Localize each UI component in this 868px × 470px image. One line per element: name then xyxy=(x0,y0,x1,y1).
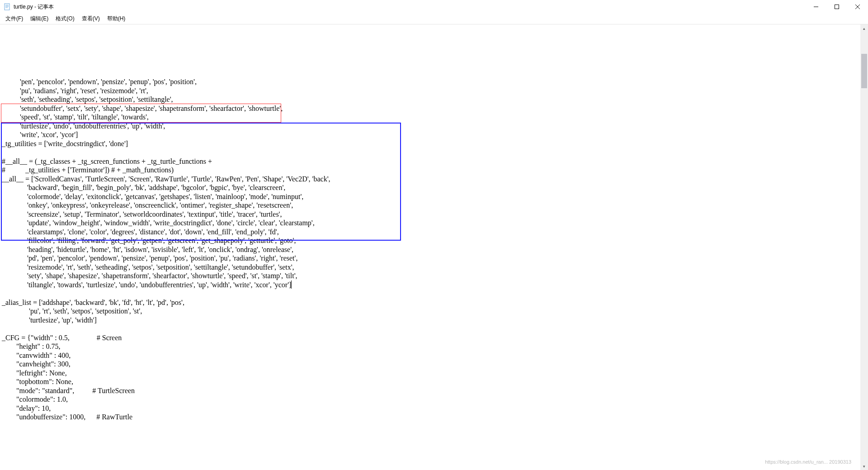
code-line: 'pen', 'pencolor', 'pendown', 'pensize',… xyxy=(2,77,860,86)
code-line: "canvwidth" : 400, xyxy=(2,351,860,360)
code-line: 'tiltangle', 'towards', 'turtlesize', 'u… xyxy=(2,280,860,290)
menu-format[interactable]: 格式(O) xyxy=(52,14,78,24)
code-line: 'clearstamps', 'clone', 'color', 'degree… xyxy=(2,228,860,237)
code-line: 'onkey', 'onkeypress', 'onkeyrelease', '… xyxy=(2,201,860,210)
notepad-icon xyxy=(4,3,11,10)
code-line: 'pd', 'pen', 'pencolor', 'pendown', 'pen… xyxy=(2,254,860,263)
code-line: _alias_list = ['addshape', 'backward', '… xyxy=(2,298,860,307)
code-line: 'pu', 'radians', 'right', 'reset', 'resi… xyxy=(2,86,860,95)
menu-view[interactable]: 查看(V) xyxy=(78,14,104,24)
code-line: 'turtlesize', 'undo', 'undobufferentries… xyxy=(2,122,860,131)
code-line: 'resizemode', 'rt', 'seth', 'setheading'… xyxy=(2,263,860,272)
watermark: https://blog.csdn.net/u_ran... 20190313 xyxy=(765,458,851,467)
notepad-window: turtle.py - 记事本 文件(F) 编辑(E) 格式(O) 查看(V) … xyxy=(0,0,868,470)
menubar: 文件(F) 编辑(E) 格式(O) 查看(V) 帮助(H) xyxy=(0,14,868,24)
code-line: _CFG = {"width" : 0.5, # Screen xyxy=(2,333,860,342)
code-line: 'speed', 'st', 'stamp', 'tilt', 'tiltang… xyxy=(2,113,860,122)
menu-edit[interactable]: 编辑(E) xyxy=(27,14,52,24)
minimize-button[interactable] xyxy=(806,0,826,14)
code-line xyxy=(2,289,860,298)
scrollbar-track[interactable] xyxy=(860,32,868,462)
code-line: "height" : 0.75, xyxy=(2,342,860,351)
code-line: "leftright": None, xyxy=(2,369,860,378)
code-line: "mode": "standard", # TurtleScreen xyxy=(2,386,860,395)
close-button[interactable] xyxy=(847,0,868,14)
code-line: "delay": 10, xyxy=(2,404,860,413)
code-line xyxy=(2,324,860,333)
text-cursor xyxy=(291,280,292,289)
code-line: "colormode": 1.0, xyxy=(2,395,860,404)
code-line: 'screensize', 'setup', 'Terminator', 'se… xyxy=(2,210,860,219)
code-line xyxy=(2,148,860,157)
code-line: "undobuffersize": 1000, # RawTurtle xyxy=(2,413,860,422)
code-line: 'fillcolor', 'filling', 'forward', 'get_… xyxy=(2,236,860,245)
titlebar-text: turtle.py - 记事本 xyxy=(14,3,806,11)
vertical-scrollbar[interactable]: ▴ ▾ xyxy=(860,24,868,470)
code-line: 'update', 'window_height', 'window_width… xyxy=(2,218,860,228)
code-line: __all__ = ['ScrolledCanvas', 'TurtleScre… xyxy=(2,175,860,184)
menu-file[interactable]: 文件(F) xyxy=(2,14,27,24)
code-line: 'setundobuffer', 'setx', 'sety', 'shape'… xyxy=(2,104,860,113)
menu-help[interactable]: 帮助(H) xyxy=(104,14,129,24)
text-editor[interactable]: https://blog.csdn.net/u_ran... 20190313 … xyxy=(0,24,860,470)
window-controls xyxy=(806,0,868,14)
code-line: "canvheight": 300, xyxy=(2,360,860,369)
code-line: 'heading', 'hideturtle', 'home', 'ht', '… xyxy=(2,245,860,254)
scroll-down-arrow[interactable]: ▾ xyxy=(860,462,868,470)
code-line: 'seth', 'setheading', 'setpos', 'setposi… xyxy=(2,95,860,104)
code-line: 'pu', 'rt', 'seth', 'setpos', 'setpositi… xyxy=(2,307,860,316)
editor-wrap: https://blog.csdn.net/u_ran... 20190313 … xyxy=(0,24,868,470)
code-line: "topbottom": None, xyxy=(2,377,860,386)
code-line: 'turtlesize', 'up', 'width'] xyxy=(2,316,860,325)
code-line: 'colormode', 'delay', 'exitonclick', 'ge… xyxy=(2,192,860,201)
scrollbar-thumb[interactable] xyxy=(861,54,867,88)
code-line: #__all__ = (_tg_classes + _tg_screen_fun… xyxy=(2,157,860,166)
code-line: 'backward', 'begin_fill', 'begin_poly', … xyxy=(2,183,860,192)
scroll-up-arrow[interactable]: ▴ xyxy=(860,24,868,32)
maximize-button[interactable] xyxy=(826,0,847,14)
code-line: # _tg_utilities + ['Terminator']) # + _m… xyxy=(2,166,860,175)
code-line: 'sety', 'shape', 'shapesize', 'shapetran… xyxy=(2,271,860,280)
titlebar[interactable]: turtle.py - 记事本 xyxy=(0,0,868,14)
code-line: _tg_utilities = ['write_docstringdict', … xyxy=(2,139,860,148)
svg-rect-6 xyxy=(835,5,839,9)
code-line: 'write', 'xcor', 'ycor'] xyxy=(2,130,860,139)
